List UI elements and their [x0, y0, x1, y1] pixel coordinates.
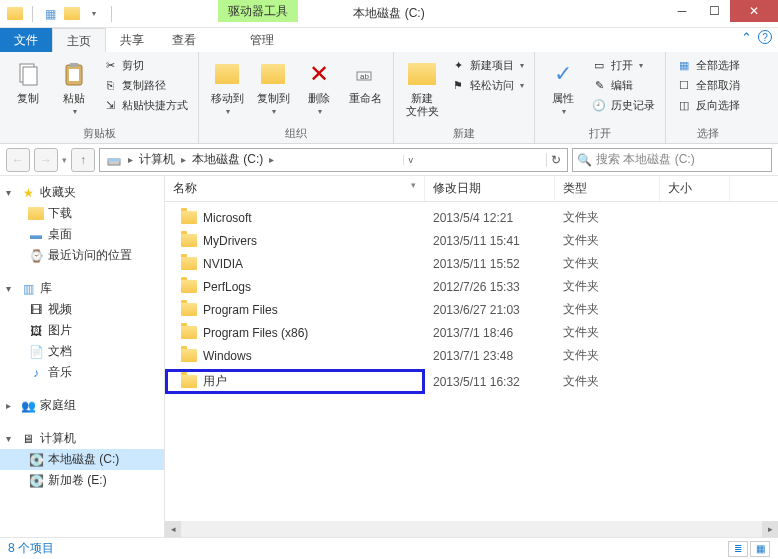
titlebar: ▦ ▾ 驱动器工具 本地磁盘 (C:) ─ ☐ ✕: [0, 0, 778, 28]
file-name: NVIDIA: [203, 257, 243, 271]
chevron-down-icon: ▾: [226, 107, 230, 116]
nav-item-recent[interactable]: ⌚最近访问的位置: [0, 245, 164, 266]
table-row[interactable]: NVIDIA2013/5/11 15:52文件夹: [165, 252, 778, 275]
nav-item-pictures[interactable]: 🖼图片: [0, 320, 164, 341]
address-dropdown-icon[interactable]: v: [403, 155, 417, 165]
nav-item-videos[interactable]: 🎞视频: [0, 299, 164, 320]
new-folder-button[interactable]: 新建 文件夹: [402, 56, 442, 120]
nav-item-downloads[interactable]: 下载: [0, 203, 164, 224]
properties-qat-icon[interactable]: ▦: [41, 5, 59, 23]
recent-locations-icon[interactable]: ▾: [62, 155, 67, 165]
tab-view[interactable]: 查看: [158, 28, 210, 52]
table-row[interactable]: Microsoft2013/5/4 12:21文件夹: [165, 206, 778, 229]
file-name: Program Files (x86): [203, 326, 308, 340]
breadcrumb-separator-icon[interactable]: ▸: [181, 154, 186, 165]
help-icon[interactable]: ?: [758, 30, 772, 44]
paste-shortcut-button[interactable]: ⇲粘贴快捷方式: [100, 96, 190, 114]
edit-button[interactable]: ✎编辑: [589, 76, 657, 94]
nav-item-drive-c[interactable]: 💽本地磁盘 (C:): [0, 449, 164, 470]
table-row[interactable]: Program Files (x86)2013/7/1 18:46文件夹: [165, 321, 778, 344]
qat-dropdown-icon[interactable]: ▾: [85, 5, 103, 23]
copy-to-button[interactable]: 复制到 ▾: [253, 56, 293, 118]
minimize-button[interactable]: ─: [666, 0, 698, 22]
column-header-name[interactable]: 名称▾: [165, 176, 425, 201]
nav-header-libraries[interactable]: ▾▥库: [0, 278, 164, 299]
rename-button[interactable]: ab 重命名: [345, 56, 385, 107]
minimize-ribbon-icon[interactable]: ⌃: [741, 30, 752, 45]
breadcrumb-drive[interactable]: 本地磁盘 (C:): [188, 151, 267, 168]
column-header-size[interactable]: 大小: [660, 176, 730, 201]
delete-button[interactable]: ✕ 删除 ▾: [299, 56, 339, 118]
nav-item-documents[interactable]: 📄文档: [0, 341, 164, 362]
back-button[interactable]: ←: [6, 148, 30, 172]
move-to-button[interactable]: 移动到 ▾: [207, 56, 247, 118]
maximize-button[interactable]: ☐: [698, 0, 730, 22]
file-type: 文件夹: [555, 346, 660, 365]
nav-item-desktop[interactable]: ▬桌面: [0, 224, 164, 245]
tab-file[interactable]: 文件: [0, 28, 52, 52]
drive-icon: 💽: [28, 452, 44, 468]
search-input[interactable]: 🔍 搜索 本地磁盘 (C:): [572, 148, 772, 172]
open-button[interactable]: ▭打开▾: [589, 56, 657, 74]
tab-manage[interactable]: 管理: [236, 28, 288, 52]
table-row[interactable]: PerfLogs2012/7/26 15:33文件夹: [165, 275, 778, 298]
history-button[interactable]: 🕘历史记录: [589, 96, 657, 114]
folder-icon: [181, 280, 197, 293]
file-type: 文件夹: [555, 231, 660, 250]
cut-button[interactable]: ✂剪切: [100, 56, 190, 74]
file-name: Program Files: [203, 303, 278, 317]
history-icon: 🕘: [591, 97, 607, 113]
select-none-button[interactable]: ☐全部取消: [674, 76, 742, 94]
contextual-tab-drive-tools[interactable]: 驱动器工具: [218, 0, 298, 22]
breadcrumb-separator-icon[interactable]: ▸: [269, 154, 274, 165]
tab-share[interactable]: 共享: [106, 28, 158, 52]
icons-view-icon[interactable]: ▦: [750, 541, 770, 557]
select-all-button[interactable]: ▦全部选择: [674, 56, 742, 74]
column-header-date[interactable]: 修改日期: [425, 176, 555, 201]
table-row[interactable]: MyDrivers2013/5/11 15:41文件夹: [165, 229, 778, 252]
folder-icon: [181, 326, 197, 339]
paste-button[interactable]: 粘贴 ▾: [54, 56, 94, 118]
scroll-track[interactable]: [181, 521, 762, 537]
nav-header-computer[interactable]: ▾🖥计算机: [0, 428, 164, 449]
new-folder-icon: [406, 58, 438, 90]
close-button[interactable]: ✕: [730, 0, 778, 22]
scroll-left-icon[interactable]: ◂: [165, 521, 181, 537]
table-row[interactable]: Program Files2013/6/27 21:03文件夹: [165, 298, 778, 321]
new-folder-qat-icon[interactable]: [63, 5, 81, 23]
file-date: 2013/5/11 15:41: [425, 233, 555, 249]
rename-icon: ab: [349, 58, 381, 90]
new-item-button[interactable]: ✦新建项目▾: [448, 56, 526, 74]
nav-item-music[interactable]: ♪音乐: [0, 362, 164, 383]
copy-button[interactable]: 复制: [8, 56, 48, 107]
refresh-icon[interactable]: ↻: [546, 153, 565, 167]
column-header-type[interactable]: 类型: [555, 176, 660, 201]
invert-selection-button[interactable]: ◫反向选择: [674, 96, 742, 114]
address-bar[interactable]: ▸ 计算机 ▸ 本地磁盘 (C:) ▸ v ↻: [99, 148, 568, 172]
copy-path-button[interactable]: ⎘复制路径: [100, 76, 190, 94]
pictures-icon: 🖼: [28, 323, 44, 339]
folder-icon: [181, 375, 197, 388]
desktop-icon: ▬: [28, 227, 44, 243]
nav-header-homegroup[interactable]: ▸👥家庭组: [0, 395, 164, 416]
collapse-icon: ▾: [6, 187, 16, 198]
view-switcher: ≣ ▦: [728, 541, 770, 557]
table-row[interactable]: 用户2013/5/11 16:32文件夹: [165, 367, 778, 396]
delete-icon: ✕: [303, 58, 335, 90]
file-rows: Microsoft2013/5/4 12:21文件夹MyDrivers2013/…: [165, 202, 778, 400]
properties-button[interactable]: ✓ 属性 ▾: [543, 56, 583, 118]
window-title: 本地磁盘 (C:): [353, 5, 424, 22]
breadcrumb-computer[interactable]: 计算机: [135, 151, 179, 168]
table-row[interactable]: Windows2013/7/1 23:48文件夹: [165, 344, 778, 367]
forward-button[interactable]: →: [34, 148, 58, 172]
file-type: 文件夹: [555, 372, 660, 391]
breadcrumb-separator-icon[interactable]: ▸: [128, 154, 133, 165]
scroll-right-icon[interactable]: ▸: [762, 521, 778, 537]
nav-item-drive-e[interactable]: 💽新加卷 (E:): [0, 470, 164, 491]
horizontal-scrollbar[interactable]: ◂ ▸: [165, 521, 778, 537]
up-button[interactable]: ↑: [71, 148, 95, 172]
details-view-icon[interactable]: ≣: [728, 541, 748, 557]
tab-home[interactable]: 主页: [52, 28, 106, 52]
easy-access-button[interactable]: ⚑轻松访问▾: [448, 76, 526, 94]
nav-header-favorites[interactable]: ▾★收藏夹: [0, 182, 164, 203]
